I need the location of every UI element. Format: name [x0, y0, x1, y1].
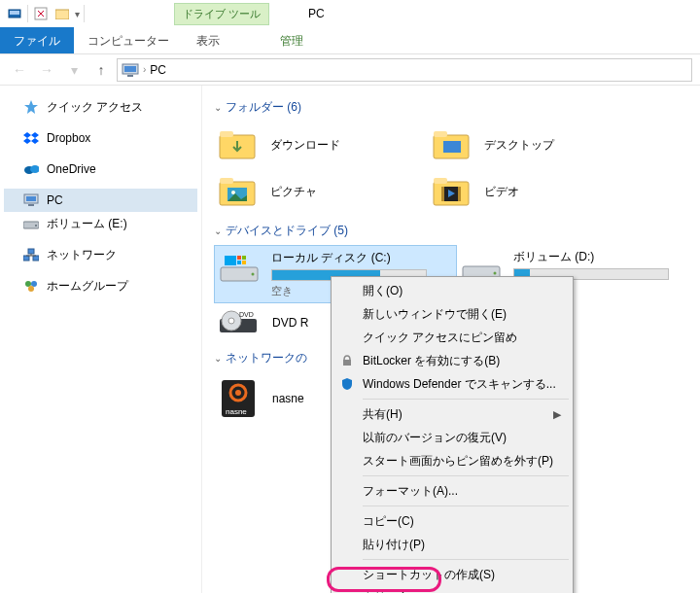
chevron-right-icon[interactable]: ›	[143, 64, 146, 75]
breadcrumb-pc[interactable]: PC	[150, 63, 166, 77]
onedrive-icon	[23, 161, 39, 177]
separator	[363, 399, 569, 400]
view-tab[interactable]: 表示	[183, 27, 233, 53]
up-button[interactable]: ↑	[89, 58, 113, 82]
svg-rect-35	[441, 187, 444, 201]
folder-pictures[interactable]: ピクチャ	[214, 168, 428, 215]
svg-text:DVD: DVD	[239, 311, 254, 318]
ctx-bitlocker[interactable]: BitLocker を有効にする(B)	[333, 349, 571, 372]
navigation-bar: ← → ▾ ↑ › PC	[0, 54, 700, 86]
ribbon-tabs: ファイル コンピューター 表示 管理	[0, 27, 700, 54]
sidebar-item-label: PC	[47, 193, 63, 207]
svg-rect-40	[225, 256, 236, 265]
svg-point-20	[25, 281, 31, 287]
folder-downloads[interactable]: ダウンロード	[214, 122, 428, 168]
contextual-tab-drives[interactable]: ドライブ ツール	[174, 3, 269, 25]
ctx-create-shortcut[interactable]: ショートカットの作成(S)	[333, 563, 571, 586]
file-tab[interactable]: ファイル	[0, 27, 74, 53]
sidebar-item-quickaccess[interactable]: クイック アクセス	[4, 95, 197, 119]
sidebar-item-label: OneDrive	[47, 162, 96, 176]
drive-icon	[23, 216, 39, 231]
svg-rect-42	[242, 256, 246, 260]
folder-icon	[432, 127, 471, 162]
svg-rect-6	[127, 75, 133, 77]
qat-dropdown-icon[interactable]: ▾	[75, 9, 80, 19]
ctx-copy[interactable]: コピー(C)	[333, 509, 571, 533]
svg-point-21	[31, 281, 37, 287]
svg-rect-36	[458, 187, 461, 201]
back-button[interactable]: ←	[8, 58, 31, 82]
ctx-share[interactable]: 共有(H)▶	[333, 402, 571, 426]
ctx-format[interactable]: フォーマット(A)...	[333, 479, 571, 503]
ctx-label: 開く(O)	[363, 283, 402, 299]
svg-rect-26	[434, 131, 447, 137]
svg-rect-41	[237, 256, 241, 260]
homegroup-icon	[23, 278, 39, 294]
chevron-down-icon: ⌄	[214, 226, 222, 236]
ctx-open[interactable]: 開く(O)	[333, 279, 571, 302]
dropbox-icon	[23, 130, 39, 146]
qat-properties-icon[interactable]	[33, 6, 49, 21]
sidebar-item-network[interactable]: ネットワーク	[4, 243, 197, 266]
svg-point-46	[494, 272, 497, 275]
svg-rect-44	[242, 261, 246, 264]
address-bar[interactable]: › PC	[117, 58, 692, 82]
sidebar-item-homegroup[interactable]: ホームグループ	[4, 274, 197, 297]
folder-icon	[218, 127, 257, 162]
pc-icon	[122, 63, 139, 77]
ctx-pin-quickaccess[interactable]: クイック アクセスにピン留め	[333, 326, 571, 349]
recent-dropdown-icon[interactable]: ▾	[62, 58, 86, 82]
dvd-drive-icon: DVD	[218, 309, 259, 336]
nasne-icon: nasne	[218, 378, 259, 419]
svg-rect-12	[28, 204, 34, 206]
ctx-label: スタート画面からピン留めを外す(P)	[363, 453, 553, 470]
sidebar-item-onedrive[interactable]: OneDrive	[4, 157, 197, 181]
ctx-open-new-window[interactable]: 新しいウィンドウで開く(E)	[333, 302, 571, 326]
svg-rect-27	[443, 141, 461, 153]
computer-tab[interactable]: コンピューター	[74, 27, 183, 53]
group-folders-header[interactable]: ⌄ フォルダー (6)	[214, 99, 700, 116]
svg-rect-24	[220, 131, 233, 137]
svg-rect-15	[28, 249, 34, 254]
folder-label: デスクトップ	[484, 137, 554, 154]
drive-label: ローカル ディスク (C:)	[271, 250, 452, 266]
network-icon	[23, 247, 39, 262]
lock-icon	[339, 353, 355, 368]
ctx-paste[interactable]: 貼り付け(P)	[333, 533, 571, 556]
star-icon	[23, 99, 39, 115]
ctx-label: クイック アクセスにピン留め	[363, 330, 517, 346]
svg-point-14	[35, 225, 37, 227]
group-drives-header[interactable]: ⌄ デバイスとドライブ (5)	[214, 223, 700, 239]
forward-button[interactable]: →	[35, 58, 58, 82]
ctx-label: コピー(C)	[363, 513, 414, 530]
sidebar-item-dropbox[interactable]: Dropbox	[4, 126, 197, 150]
svg-marker-7	[24, 100, 38, 114]
shield-icon	[339, 376, 355, 392]
sidebar-item-label: Dropbox	[47, 131, 90, 145]
svg-point-39	[252, 273, 255, 276]
context-menu: 開く(O) 新しいウィンドウで開く(E) クイック アクセスにピン留め BitL…	[331, 276, 574, 593]
sidebar-item-label: ネットワーク	[47, 247, 117, 263]
svg-rect-3	[55, 10, 69, 19]
ctx-rename[interactable]: 名前の変更(M)	[333, 586, 571, 593]
svg-rect-16	[23, 256, 29, 261]
navigation-sidebar: クイック アクセス Dropbox OneDrive PC ボリューム (E:)…	[0, 86, 202, 593]
group-title: フォルダー (6)	[226, 99, 301, 116]
manage-tab[interactable]: 管理	[266, 27, 317, 53]
ctx-restore-versions[interactable]: 以前のバージョンの復元(V)	[333, 426, 571, 449]
ctx-defender-scan[interactable]: Windows Defender でスキャンする...	[333, 372, 571, 396]
window-title: PC	[308, 7, 325, 20]
svg-point-53	[235, 390, 241, 396]
drive-label: ボリューム (D:)	[513, 249, 696, 265]
ctx-unpin-start[interactable]: スタート画面からピン留めを外す(P)	[333, 449, 571, 472]
sidebar-item-label: ボリューム (E:)	[47, 216, 127, 232]
sidebar-item-pc[interactable]: PC	[4, 189, 197, 212]
pc-icon	[23, 192, 39, 208]
qat-newfolder-icon[interactable]	[54, 6, 70, 21]
folder-desktop[interactable]: デスクトップ	[428, 122, 642, 168]
svg-point-22	[28, 286, 34, 292]
ctx-label: フォーマット(A)...	[363, 483, 458, 500]
separator	[363, 475, 569, 476]
sidebar-item-volume-e[interactable]: ボリューム (E:)	[4, 212, 197, 235]
folder-videos[interactable]: ビデオ	[428, 168, 642, 215]
